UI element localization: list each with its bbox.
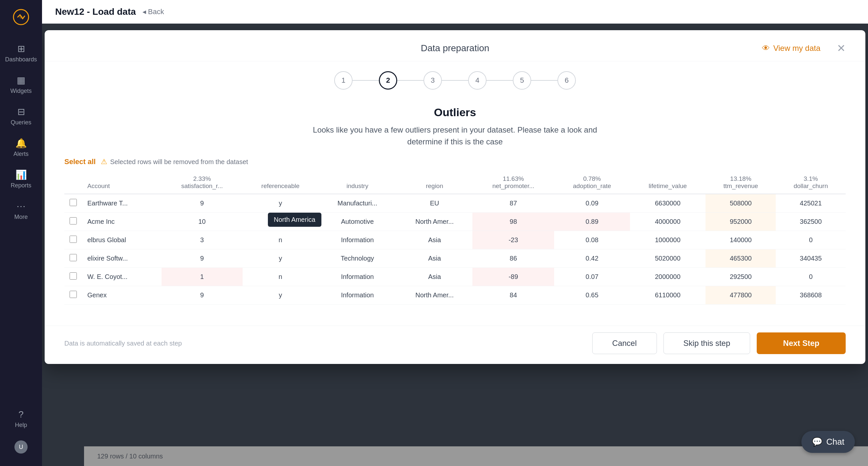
cell-account: elixire Softw... xyxy=(82,249,161,268)
row-checkbox-1[interactable] xyxy=(70,199,77,206)
row-checkbox-5[interactable] xyxy=(70,272,77,280)
outliers-table: Account 2.33% satisfaction_r... referenc… xyxy=(64,171,846,305)
cell-referenceable: y xyxy=(243,249,318,268)
chat-button[interactable]: 💬 Chat xyxy=(801,431,855,453)
back-button[interactable]: ◂ Back xyxy=(143,7,164,16)
row-checkbox-cell[interactable] xyxy=(64,249,82,268)
sidebar-item-user[interactable]: U xyxy=(0,435,42,460)
sidebar-item-dashboards[interactable]: ⊞ Dashboards xyxy=(0,37,42,69)
cell-dollar-churn: 340435 xyxy=(776,249,846,268)
steps-container: 1 2 3 4 5 6 xyxy=(45,61,865,96)
row-checkbox-cell[interactable] xyxy=(64,286,82,305)
app-logo[interactable] xyxy=(10,6,32,28)
modal-footer: Data is automatically saved at each step… xyxy=(45,325,865,364)
step-line-4-5 xyxy=(487,80,513,81)
cell-dollar-churn: 0 xyxy=(776,231,846,249)
modal-overlay: Data preparation 👁 View my data ✕ 1 2 3 … xyxy=(42,24,868,466)
table-row: elbrus Global 3 n Information Asia -23 0… xyxy=(64,231,846,249)
cell-industry: Manufacturi... xyxy=(318,194,397,213)
dashboards-icon: ⊞ xyxy=(18,43,25,54)
step-6[interactable]: 6 xyxy=(557,71,576,90)
cell-satisfaction: 10 xyxy=(161,213,243,231)
warning-icon: ⚠ xyxy=(101,157,107,166)
cell-account: Genex xyxy=(82,286,161,305)
cell-region: North Amer... xyxy=(397,286,472,305)
cell-referenceable: n xyxy=(243,231,318,249)
section-title: Outliers xyxy=(64,106,846,119)
select-all-button[interactable]: Select all xyxy=(64,157,96,166)
step-line-3-4 xyxy=(442,80,468,81)
cell-net-promoter: -89 xyxy=(472,268,554,286)
cell-region: EU xyxy=(397,194,472,213)
view-my-data-button[interactable]: 👁 View my data xyxy=(762,44,820,53)
main-area: New12 - Load data ◂ Back Account satisfa… xyxy=(42,0,868,466)
chat-icon: 💬 xyxy=(812,437,823,447)
cell-ttm-revenue: 465300 xyxy=(706,249,776,268)
cell-dollar-churn: 362500 xyxy=(776,213,846,231)
sidebar-item-more[interactable]: ⋯ More xyxy=(0,195,42,226)
cell-net-promoter: -23 xyxy=(472,231,554,249)
step-3[interactable]: 3 xyxy=(424,71,442,90)
help-icon: ? xyxy=(19,409,24,420)
queries-icon: ⊟ xyxy=(18,106,25,117)
sidebar-item-reports[interactable]: 📊 Reports xyxy=(0,163,42,195)
cell-lifetime-value: 4000000 xyxy=(630,213,706,231)
warning-text: ⚠ Selected rows will be removed from the… xyxy=(101,157,248,166)
back-arrow-icon: ◂ xyxy=(143,7,146,16)
cell-lifetime-value: 2000000 xyxy=(630,268,706,286)
avatar: U xyxy=(14,440,28,454)
cell-lifetime-value: 1000000 xyxy=(630,231,706,249)
region-tooltip: North America xyxy=(268,213,321,227)
sidebar-item-alerts[interactable]: 🔔 Alerts xyxy=(0,132,42,163)
cell-satisfaction: 9 xyxy=(161,194,243,213)
row-checkbox-6[interactable] xyxy=(70,291,77,298)
col-lifetime-value: lifetime_value xyxy=(630,171,706,194)
modal-header: Data preparation 👁 View my data ✕ xyxy=(45,30,865,61)
skip-button[interactable]: Skip this step xyxy=(663,333,750,354)
cell-industry: Automotive xyxy=(318,213,397,231)
next-step-button[interactable]: Next Step xyxy=(757,333,846,354)
footer-buttons: Cancel Skip this step Next Step xyxy=(592,333,846,354)
row-checkbox-3[interactable] xyxy=(70,236,77,243)
modal: Data preparation 👁 View my data ✕ 1 2 3 … xyxy=(45,30,865,364)
sidebar-label-help: Help xyxy=(15,422,27,429)
more-icon: ⋯ xyxy=(17,201,26,212)
sidebar-item-widgets[interactable]: ▦ Widgets xyxy=(0,69,42,100)
row-checkbox-2[interactable] xyxy=(70,217,77,224)
sidebar-item-help[interactable]: ? Help xyxy=(0,403,42,435)
modal-title: Data preparation xyxy=(421,43,490,54)
cell-ttm-revenue: 292500 xyxy=(706,268,776,286)
cell-industry: Information xyxy=(318,231,397,249)
cancel-button[interactable]: Cancel xyxy=(592,333,657,354)
step-4[interactable]: 4 xyxy=(468,71,487,90)
warning-message: Selected rows will be removed from the d… xyxy=(110,158,248,166)
cell-account: W. E. Coyot... xyxy=(82,268,161,286)
auto-save-text: Data is automatically saved at each step xyxy=(64,340,182,347)
step-2[interactable]: 2 xyxy=(379,71,397,90)
row-checkbox-cell[interactable] xyxy=(64,231,82,249)
sidebar-item-queries[interactable]: ⊟ Queries xyxy=(0,100,42,132)
row-checkbox-cell[interactable] xyxy=(64,194,82,213)
cell-net-promoter: 87 xyxy=(472,194,554,213)
col-account: Account xyxy=(82,171,161,194)
col-checkbox xyxy=(64,171,82,194)
step-1[interactable]: 1 xyxy=(334,71,352,90)
row-checkbox-cell[interactable] xyxy=(64,268,82,286)
cell-adoption-rate: 0.08 xyxy=(554,231,630,249)
sidebar-label-more: More xyxy=(14,214,28,220)
cell-industry: Technology xyxy=(318,249,397,268)
cell-ttm-revenue: 508000 xyxy=(706,194,776,213)
table-row: elixire Softw... 9 y Technology Asia 86 … xyxy=(64,249,846,268)
reports-icon: 📊 xyxy=(16,169,27,180)
cell-account: Earthware T... xyxy=(82,194,161,213)
modal-content: Outliers Looks like you have a few outli… xyxy=(45,96,865,325)
step-5[interactable]: 5 xyxy=(513,71,531,90)
topbar: New12 - Load data ◂ Back xyxy=(42,0,868,24)
row-checkbox-4[interactable] xyxy=(70,254,77,261)
cell-lifetime-value: 6110000 xyxy=(630,286,706,305)
row-checkbox-cell[interactable] xyxy=(64,213,82,231)
col-satisfaction: 2.33% satisfaction_r... xyxy=(161,171,243,194)
cell-lifetime-value: 5020000 xyxy=(630,249,706,268)
step-line-1-2 xyxy=(352,80,379,81)
close-button[interactable]: ✕ xyxy=(837,42,846,55)
